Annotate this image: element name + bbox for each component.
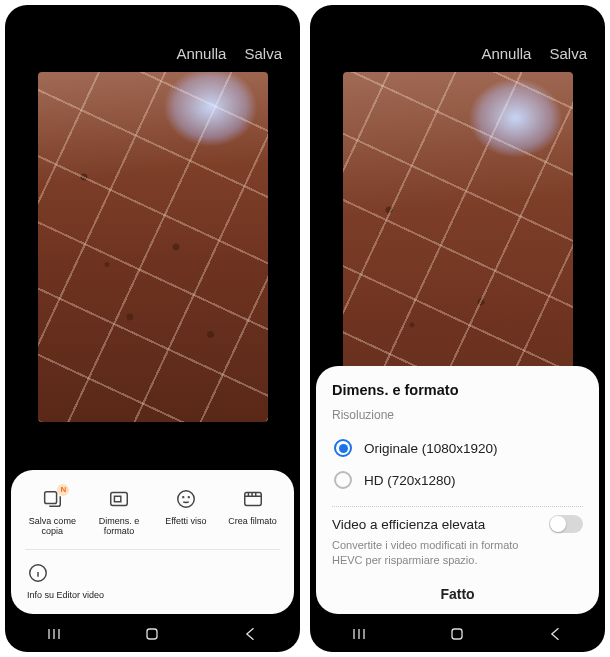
resolution-option-hd[interactable]: HD (720x1280) [332,464,583,496]
cancel-button[interactable]: Annulla [176,45,226,62]
svg-rect-0 [45,492,57,504]
top-actions: Annulla Salva [5,5,300,72]
info-icon [27,562,49,584]
svg-point-3 [178,491,195,508]
tool-label: Crea filmato [228,516,277,526]
recents-button[interactable] [349,624,369,644]
option-label: HD (720x1280) [364,473,456,488]
top-actions: Annulla Salva [310,5,605,72]
tool-label: Effetti viso [165,516,206,526]
resolution-option-original[interactable]: Originale (1080x1920) [332,432,583,464]
svg-rect-9 [452,629,462,639]
cancel-button[interactable]: Annulla [481,45,531,62]
screenshot-left: Annulla Salva N Salva come copia Dimens.… [5,5,300,652]
radio-selected-icon [334,439,352,457]
editor-info-button[interactable]: Info su Editor video [27,562,278,600]
efficiency-title: Video a efficienza elevata [332,517,485,532]
svg-rect-2 [115,496,121,502]
movie-icon [242,488,264,510]
dotted-divider [332,506,583,507]
tool-label: Salva come copia [20,516,84,537]
option-label: Originale (1080x1920) [364,441,498,456]
new-badge: N [57,484,69,496]
svg-rect-6 [244,493,261,506]
back-button[interactable] [546,624,566,644]
high-efficiency-row: Video a efficienza elevata [332,515,583,533]
face-effects-button[interactable]: Effetti viso [154,488,218,537]
home-button[interactable] [142,624,162,644]
screenshot-right: Annulla Salva Dimens. e formato Risoluzi… [310,5,605,652]
size-format-icon [108,488,130,510]
sheet-title: Dimens. e formato [332,382,583,398]
done-button[interactable]: Fatto [332,580,583,604]
format-sheet: Dimens. e formato Risoluzione Originale … [316,366,599,614]
system-nav-bar [5,616,300,652]
save-button[interactable]: Salva [549,45,587,62]
create-movie-button[interactable]: Crea filmato [221,488,285,537]
svg-rect-8 [147,629,157,639]
sheet-subtitle: Risoluzione [332,408,583,422]
home-button[interactable] [447,624,467,644]
efficiency-toggle[interactable] [549,515,583,533]
radio-unselected-icon [334,471,352,489]
tool-label: Info su Editor video [27,590,104,600]
face-icon [175,488,197,510]
back-button[interactable] [241,624,261,644]
svg-point-5 [188,497,189,498]
efficiency-description: Convertite i video modificati in formato… [332,538,583,568]
svg-point-4 [183,497,184,498]
recents-button[interactable] [44,624,64,644]
system-nav-bar [310,616,605,652]
save-copy-icon: N [41,488,63,510]
size-format-button[interactable]: Dimens. e formato [87,488,151,537]
tools-sheet: N Salva come copia Dimens. e formato Eff… [11,470,294,614]
video-preview[interactable] [38,72,268,422]
tool-label: Dimens. e formato [87,516,151,537]
save-button[interactable]: Salva [244,45,282,62]
save-as-copy-button[interactable]: N Salva come copia [20,488,84,537]
svg-rect-1 [111,493,128,506]
